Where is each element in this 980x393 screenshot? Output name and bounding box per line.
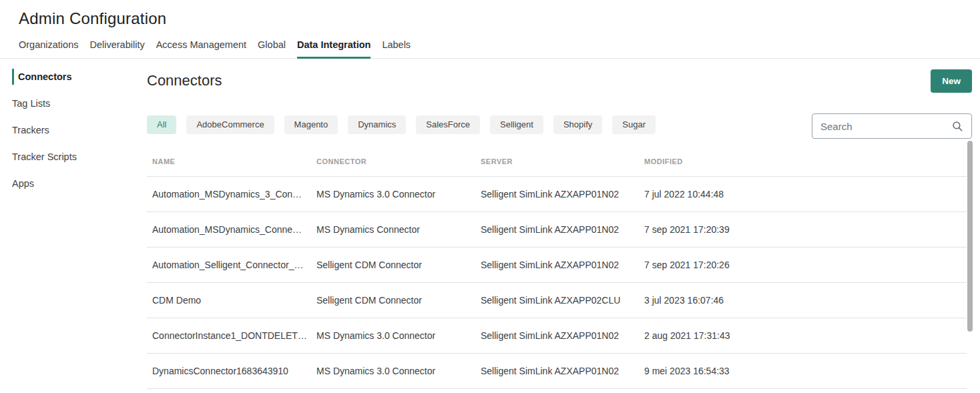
cell-name: Automation_MSDynamics_Conne… <box>152 224 316 235</box>
tab-labels[interactable]: Labels <box>382 39 411 58</box>
column-header-name: NAME <box>152 157 316 165</box>
new-button[interactable]: New <box>931 69 972 93</box>
page-header: Admin Configuration <box>0 0 980 28</box>
cell-connector: MS Dynamics 3.0 Connector <box>316 366 481 376</box>
table-row[interactable]: DynamicsConnector1683643910 MS Dynamics … <box>147 354 967 389</box>
cell-connector: Selligent CDM Connector <box>316 260 481 270</box>
sidebar-item-tracker-scripts[interactable]: Tracker Scripts <box>0 143 147 170</box>
filter-chip-dynamics[interactable]: Dynamics <box>348 115 406 134</box>
cell-server: Selligent SimLink AZXAPP01N02 <box>481 260 644 270</box>
cell-modified: 7 sep 2021 17:20:39 <box>644 224 967 235</box>
cell-modified: 7 jul 2022 10:44:48 <box>644 189 967 200</box>
toolbar: All AdobeCommerce Magento Dynamics Sales… <box>147 113 972 139</box>
tab-deliverability[interactable]: Deliverability <box>89 39 144 58</box>
filter-chip-magento[interactable]: Magento <box>284 115 338 134</box>
filter-chips: All AdobeCommerce Magento Dynamics Sales… <box>147 115 656 134</box>
cell-server: Selligent SimLink AZXAPP01N02 <box>481 330 644 341</box>
table-row[interactable]: Automation_Selligent_Connector_… Sellige… <box>147 248 967 283</box>
tab-organizations[interactable]: Organizations <box>19 39 78 58</box>
main-header: Connectors New <box>147 69 972 93</box>
tab-access-management[interactable]: Access Management <box>156 39 246 58</box>
table-row[interactable]: ConnectorInstance1_DONTDELET… MS Dynamic… <box>147 318 967 354</box>
cell-name: ConnectorInstance1_DONTDELET… <box>152 330 316 341</box>
sidebar-item-label: Tag Lists <box>12 98 50 109</box>
table-row[interactable]: CDM Demo Selligent CDM Connector Sellige… <box>147 283 967 318</box>
filter-chip-salesforce[interactable]: SalesForce <box>416 115 480 134</box>
cell-name: Automation_Selligent_Connector_… <box>152 260 316 270</box>
column-header-modified: MODIFIED <box>644 157 967 165</box>
tab-bar: Organizations Deliverability Access Mana… <box>0 39 980 59</box>
cell-connector: Selligent CDM Connector <box>316 295 481 306</box>
search-input[interactable] <box>820 121 951 132</box>
tab-data-integration[interactable]: Data Integration <box>297 39 371 59</box>
sidebar-item-trackers[interactable]: Trackers <box>0 117 147 143</box>
sidebar-item-label: Tracker Scripts <box>12 151 77 162</box>
column-header-connector: CONNECTOR <box>316 157 481 165</box>
cell-connector: MS Dynamics 3.0 Connector <box>316 189 481 200</box>
sidebar-item-connectors[interactable]: Connectors <box>0 63 147 90</box>
filter-chip-shopify[interactable]: Shopify <box>553 115 602 134</box>
page-title: Admin Configuration <box>19 9 980 28</box>
column-header-server: SERVER <box>481 157 644 165</box>
sidebar: Connectors Tag Lists Trackers Tracker Sc… <box>0 59 147 389</box>
cell-name: DynamicsConnector1683643910 <box>152 366 316 376</box>
filter-chip-sugar[interactable]: Sugar <box>612 115 656 134</box>
sidebar-item-label: Connectors <box>18 71 72 82</box>
cell-connector: MS Dynamics 3.0 Connector <box>316 330 481 341</box>
table-header: NAME CONNECTOR SERVER MODIFIED <box>147 147 967 177</box>
scrollbar-thumb[interactable] <box>967 141 973 332</box>
filter-chip-all[interactable]: All <box>147 115 176 134</box>
filter-chip-selligent[interactable]: Selligent <box>490 115 543 134</box>
cell-server: Selligent SimLink AZXAPP01N02 <box>481 366 644 376</box>
active-indicator <box>12 69 14 85</box>
connectors-heading: Connectors <box>147 72 222 89</box>
content-area: Connectors Tag Lists Trackers Tracker Sc… <box>0 59 980 389</box>
cell-name: Automation_MSDynamics_3_Con… <box>152 189 316 200</box>
search-box <box>812 113 972 139</box>
cell-modified: 9 mei 2023 16:54:33 <box>644 366 967 376</box>
table-row[interactable]: Automation_MSDynamics_Conne… MS Dynamics… <box>147 212 967 248</box>
sidebar-item-tag-lists[interactable]: Tag Lists <box>0 90 147 117</box>
cell-modified: 2 aug 2021 17:31:43 <box>644 330 967 341</box>
cell-modified: 3 jul 2023 16:07:46 <box>644 295 967 306</box>
filter-chip-adobecommerce[interactable]: AdobeCommerce <box>186 115 274 134</box>
cell-connector: MS Dynamics Connector <box>316 224 481 235</box>
cell-server: Selligent SimLink AZXAPP01N02 <box>481 189 644 200</box>
sidebar-item-apps[interactable]: Apps <box>0 170 147 197</box>
table-row[interactable]: Automation_MSDynamics_3_Con… MS Dynamics… <box>147 177 967 212</box>
connectors-table: NAME CONNECTOR SERVER MODIFIED Automatio… <box>147 147 967 389</box>
tab-global[interactable]: Global <box>258 39 286 58</box>
cell-server: Selligent SimLink AZXAPP01N02 <box>481 224 644 235</box>
main-panel: Connectors New All AdobeCommerce Magento… <box>147 59 980 389</box>
sidebar-item-label: Trackers <box>12 125 49 135</box>
cell-name: CDM Demo <box>152 295 316 306</box>
sidebar-item-label: Apps <box>12 178 34 189</box>
cell-modified: 7 sep 2021 17:20:26 <box>644 260 967 270</box>
search-icon[interactable] <box>951 120 963 132</box>
cell-server: Selligent SimLink AZXAPP02CLU <box>481 295 644 306</box>
